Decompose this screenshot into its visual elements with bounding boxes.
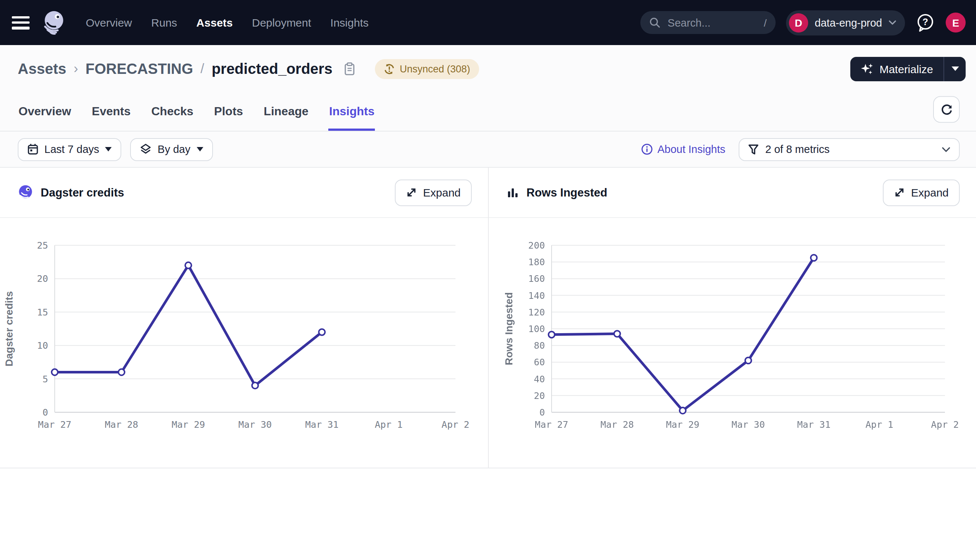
data-point-marker[interactable] bbox=[118, 369, 125, 375]
data-point-marker[interactable] bbox=[185, 262, 192, 268]
tab-plots[interactable]: Plots bbox=[213, 92, 244, 131]
user-avatar[interactable]: E bbox=[946, 13, 966, 33]
data-point-marker[interactable] bbox=[52, 369, 58, 375]
tab-lineage[interactable]: Lineage bbox=[263, 92, 309, 131]
search-input[interactable] bbox=[666, 16, 758, 29]
org-badge: D bbox=[789, 13, 808, 32]
about-insights-label: About Insights bbox=[657, 143, 725, 155]
nav-item-overview[interactable]: Overview bbox=[86, 16, 132, 29]
x-tick-label: Mar 29 bbox=[172, 419, 205, 430]
y-tick-label: 20 bbox=[534, 390, 545, 401]
caret-down-icon bbox=[196, 147, 203, 152]
org-name: data-eng-prod bbox=[815, 17, 882, 28]
nav-item-runs[interactable]: Runs bbox=[151, 16, 177, 29]
sync-status-badge[interactable]: Unsynced (308) bbox=[374, 59, 479, 79]
search-icon bbox=[649, 17, 660, 28]
page-header: Assets › FORECASTING / predicted_orders bbox=[0, 45, 976, 92]
data-point-marker[interactable] bbox=[745, 357, 752, 363]
x-tick-label: Mar 30 bbox=[239, 419, 272, 430]
x-tick-label: Mar 29 bbox=[666, 419, 699, 430]
data-point-marker[interactable] bbox=[319, 329, 325, 335]
expand-button[interactable]: Expand bbox=[395, 179, 472, 206]
panel-title: Dagster credits bbox=[41, 186, 124, 199]
nav-item-insights[interactable]: Insights bbox=[331, 16, 369, 29]
app-root: Overview Runs Assets Deployment Insights… bbox=[0, 0, 976, 560]
refresh-button[interactable] bbox=[933, 96, 960, 123]
y-tick-label: 60 bbox=[534, 357, 545, 368]
tab-insights[interactable]: Insights bbox=[328, 92, 375, 131]
expand-icon bbox=[894, 187, 905, 198]
calendar-icon bbox=[27, 143, 38, 155]
x-tick-label: Mar 30 bbox=[732, 419, 765, 430]
rows-ingested-panel: Rows Ingested Expand 0204060801001201401… bbox=[488, 168, 976, 468]
y-tick-label: 200 bbox=[528, 240, 545, 251]
materialize-split-button: Materialize bbox=[851, 57, 966, 81]
y-tick-label: 140 bbox=[528, 290, 545, 301]
data-point-marker[interactable] bbox=[811, 255, 817, 261]
expand-icon bbox=[406, 187, 417, 198]
x-tick-label: Apr 2 bbox=[931, 419, 959, 430]
help-button[interactable]: ? bbox=[915, 13, 935, 33]
panel-header: Dagster credits Expand bbox=[0, 168, 488, 218]
copy-asset-key-button[interactable] bbox=[341, 60, 357, 77]
primary-nav: Overview Runs Assets Deployment Insights bbox=[86, 16, 369, 29]
nav-item-deployment[interactable]: Deployment bbox=[252, 16, 311, 29]
expand-button[interactable]: Expand bbox=[883, 179, 960, 206]
metrics-filter-select[interactable]: 2 of 8 metrics bbox=[739, 138, 960, 161]
sync-status-label: Unsynced (308) bbox=[399, 63, 470, 74]
y-tick-label: 5 bbox=[42, 374, 48, 385]
breadcrumb-chevron: › bbox=[74, 61, 78, 77]
nav-item-assets[interactable]: Assets bbox=[196, 16, 232, 29]
expand-label: Expand bbox=[911, 186, 949, 199]
y-tick-label: 160 bbox=[528, 273, 545, 284]
x-tick-label: Mar 28 bbox=[600, 419, 633, 430]
chevron-down-icon bbox=[942, 147, 950, 152]
hamburger-menu-icon[interactable] bbox=[12, 16, 30, 29]
materialize-button[interactable]: Materialize bbox=[851, 57, 943, 81]
y-tick-label: 0 bbox=[540, 407, 545, 418]
data-point-marker[interactable] bbox=[680, 407, 686, 414]
x-tick-label: Mar 28 bbox=[105, 419, 138, 430]
search-box[interactable]: / bbox=[640, 11, 775, 34]
refresh-icon bbox=[940, 103, 953, 116]
asset-tabs: Overview Events Checks Plots Lineage Ins… bbox=[0, 92, 976, 132]
y-tick-label: 0 bbox=[42, 407, 48, 418]
data-point-marker[interactable] bbox=[614, 331, 620, 337]
date-range-button[interactable]: Last 7 days bbox=[18, 138, 121, 161]
data-point-marker[interactable] bbox=[549, 331, 555, 338]
materialize-caret-button[interactable] bbox=[944, 57, 966, 81]
y-tick-label: 15 bbox=[37, 307, 48, 318]
dagster-credits-chart[interactable]: 0510152025Mar 27Mar 28Mar 29Mar 30Mar 31… bbox=[0, 218, 488, 468]
breadcrumb-assets-link[interactable]: Assets bbox=[18, 60, 66, 77]
y-tick-label: 10 bbox=[37, 340, 48, 351]
rows-ingested-chart[interactable]: 020406080100120140160180200Mar 27Mar 28M… bbox=[489, 218, 976, 468]
sparkles-icon bbox=[861, 62, 874, 75]
bar-chart-icon bbox=[506, 186, 519, 199]
clipboard-icon bbox=[343, 62, 355, 76]
dagster-credits-icon bbox=[18, 185, 33, 200]
about-insights-link[interactable]: About Insights bbox=[641, 143, 725, 155]
x-tick-label: Mar 31 bbox=[305, 419, 339, 430]
panel-header: Rows Ingested Expand bbox=[489, 168, 976, 218]
tab-checks[interactable]: Checks bbox=[150, 92, 194, 131]
data-line bbox=[552, 258, 814, 411]
org-switcher[interactable]: D data-eng-prod bbox=[786, 10, 905, 35]
tab-overview[interactable]: Overview bbox=[18, 92, 72, 131]
breadcrumb-group-link[interactable]: FORECASTING bbox=[85, 60, 193, 77]
x-tick-label: Mar 27 bbox=[38, 419, 71, 430]
x-tick-label: Apr 1 bbox=[866, 419, 893, 430]
sync-alert-icon bbox=[383, 63, 394, 74]
data-point-marker[interactable] bbox=[252, 382, 258, 388]
y-tick-label: 100 bbox=[528, 323, 545, 334]
y-tick-label: 180 bbox=[528, 257, 545, 267]
y-axis-title: Rows Ingested bbox=[503, 292, 515, 365]
layers-icon bbox=[140, 143, 152, 155]
svg-text:?: ? bbox=[923, 17, 928, 27]
chevron-down-icon bbox=[889, 20, 896, 25]
granularity-button[interactable]: By day bbox=[130, 138, 212, 161]
data-line bbox=[55, 265, 322, 385]
y-axis-title: Dagster credits bbox=[3, 291, 15, 367]
tab-events[interactable]: Events bbox=[91, 92, 131, 131]
y-tick-label: 25 bbox=[37, 240, 48, 251]
y-tick-label: 40 bbox=[534, 374, 545, 385]
